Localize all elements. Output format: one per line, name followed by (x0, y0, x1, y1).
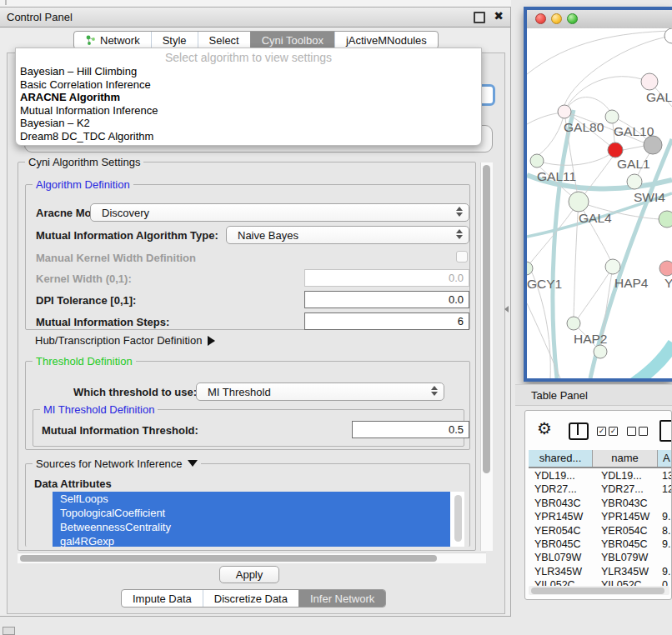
column-header-name[interactable]: name (593, 450, 658, 467)
hub-tf-definition-toggle[interactable]: Hub/Transcription Factor Definition (35, 334, 215, 347)
table-row[interactable]: YPR145WYPR145W9. (529, 510, 672, 523)
node-gal10[interactable] (605, 110, 619, 123)
algorithm-definition-group: Algorithm Definition Aracne Mode: Discov… (25, 184, 470, 330)
node-green-right[interactable] (659, 211, 672, 228)
mi-type-select[interactable]: Naive Bayes (226, 226, 469, 244)
table-row[interactable]: YDL19...YDL19...13 (529, 469, 672, 482)
node-hap4[interactable] (605, 259, 620, 274)
which-threshold-select[interactable]: MI Threshold (196, 382, 444, 401)
network-view-window[interactable]: GAL7 GAL80 GAL10 GAL1 GAL11 SWI4 GAL4 GC… (524, 7, 672, 382)
control-panel-tabbar: Network Style Select Cyni Toolbox jActiv… (73, 31, 439, 49)
table-row[interactable]: YBL079WYBL079W (529, 551, 672, 564)
tab-impute-data[interactable]: Impute Data (122, 590, 203, 607)
settings-vscrollbar[interactable] (480, 162, 493, 551)
list-item[interactable]: TopologicalCoefficient (53, 506, 450, 520)
select-all-checkboxes-icon[interactable]: ✓ ✓ (597, 427, 618, 436)
popup-item-mutual-information[interactable]: Mutual Information Inference (16, 104, 481, 118)
close-icon[interactable]: ✖ (494, 9, 504, 22)
tab-select[interactable]: Select (198, 32, 250, 48)
table-row[interactable]: YDR27...YDR27...12 (529, 482, 672, 496)
settings-vscrollbar-thumb[interactable] (483, 165, 490, 473)
network-window-titlebar[interactable] (527, 10, 672, 29)
float-window-icon[interactable] (474, 12, 485, 23)
popup-item-basic-correlation[interactable]: Basic Correlation Inference (16, 78, 481, 92)
zoom-traffic-light-icon[interactable] (567, 13, 578, 24)
aracne-mode-value: Discovery (91, 207, 469, 219)
threshold-definition-group: Threshold Definition Which threshold to … (25, 361, 470, 450)
popup-item-bayesian-k2[interactable]: Bayesian – K2 (16, 117, 481, 130)
gear-icon[interactable]: ⚙ (537, 418, 552, 438)
list-item[interactable]: BetweennessCentrality (53, 520, 450, 534)
table-hscrollbar[interactable] (529, 586, 669, 595)
list-item[interactable]: SelfLoops (53, 492, 450, 506)
tab-discretize-data-label: Discretize Data (214, 592, 288, 605)
mi-threshold-group-title: MI Threshold Definition (40, 403, 158, 416)
data-attributes-list[interactable]: SelfLoops TopologicalCoefficient Between… (53, 492, 464, 547)
kernel-width-field[interactable]: 0.0 (304, 269, 469, 287)
node-bottom[interactable] (594, 345, 607, 358)
settings-hscrollbar[interactable] (18, 552, 486, 563)
network-icon (85, 35, 96, 46)
tab-cyni-toolbox-label: Cyni Toolbox (262, 34, 323, 47)
tab-jactivemnodules[interactable]: jActiveMNodules (334, 32, 438, 48)
sources-group-title[interactable]: Sources for Network Inference (33, 458, 201, 470)
sources-group-label: Sources for Network Inference (36, 458, 183, 470)
mi-steps-field[interactable]: 6 (304, 312, 469, 330)
tab-style[interactable]: Style (151, 32, 198, 48)
corner-button[interactable] (3, 627, 15, 635)
tab-discretize-data[interactable]: Discretize Data (203, 590, 298, 607)
column-header-shared-name[interactable]: shared... (529, 450, 593, 467)
tab-cyni-toolbox[interactable]: Cyni Toolbox (250, 32, 334, 48)
checked-box-icon: ✓ (609, 427, 618, 436)
deselect-all-checkboxes-icon[interactable] (627, 427, 648, 436)
node-label: GAL1 (617, 157, 650, 171)
node-label: GAL11 (537, 169, 576, 183)
expanded-arrow-icon (188, 460, 198, 467)
tab-select-label: Select (209, 34, 239, 47)
column-header-partial[interactable]: A (658, 450, 672, 467)
collapsed-arrow-icon (208, 336, 215, 346)
table-panel-card: ⚙ ✓ ✓ shared... name A YDL19...YDL19...1… (524, 410, 672, 600)
node-salmon[interactable] (659, 261, 672, 276)
aracne-mode-select[interactable]: Discovery (90, 203, 469, 222)
apply-button[interactable]: Apply (219, 566, 279, 583)
node-gal80[interactable] (558, 105, 571, 118)
tab-infer-network[interactable]: Infer Network (298, 590, 385, 607)
mi-threshold-field[interactable]: 0.5 (352, 421, 469, 438)
table-row[interactable]: YBR045CYBR045C9. (529, 538, 672, 551)
tab-infer-network-label: Infer Network (310, 592, 374, 605)
node-gal4[interactable] (569, 192, 589, 212)
column-layout-icon[interactable] (569, 422, 589, 440)
dpi-tolerance-field[interactable]: 0.0 (304, 291, 469, 308)
table-row[interactable]: YER054CYER054C8. (529, 524, 672, 538)
popup-item-bayesian-hill-climbing[interactable]: Bayesian – Hill Climbing (16, 65, 481, 78)
list-item[interactable]: gal4RGexp (53, 534, 450, 547)
minimize-traffic-light-icon[interactable] (551, 13, 562, 24)
node-neutral[interactable] (644, 136, 662, 154)
splitpane-collapse-icon[interactable] (504, 306, 509, 312)
popup-item-aracne[interactable]: ARACNE Algorithm (16, 91, 481, 104)
control-panel-titlebar: Control Panel ✖ (0, 8, 510, 28)
node-label: HAP4 (614, 276, 649, 290)
node-hap2[interactable] (567, 317, 580, 330)
node-swi4[interactable] (627, 174, 642, 189)
node-gal7[interactable] (641, 73, 658, 90)
popup-item-dream8[interactable]: Dream8 DC_TDC Algorithm (16, 130, 481, 143)
node[interactable] (664, 28, 672, 43)
list-scrollbar[interactable] (454, 495, 462, 542)
table-row[interactable]: YBR043CYBR043C (529, 497, 672, 510)
table-row[interactable]: YLR345WYLR345W9. (529, 565, 672, 578)
close-traffic-light-icon[interactable] (535, 13, 546, 24)
manual-kernel-checkbox[interactable] (456, 251, 468, 262)
tab-impute-data-label: Impute Data (133, 592, 192, 605)
node-gal1[interactable] (608, 142, 623, 158)
settings-hscrollbar-thumb[interactable] (20, 555, 437, 562)
node-label: GAL4 (579, 211, 612, 225)
network-canvas[interactable]: GAL7 GAL80 GAL10 GAL1 GAL11 SWI4 GAL4 GC… (527, 28, 672, 378)
data-attributes-label: Data Attributes (34, 478, 112, 490)
table-hscrollbar-thumb[interactable] (531, 588, 664, 594)
tab-network[interactable]: Network (74, 32, 151, 48)
node-gal11[interactable] (530, 154, 544, 168)
new-table-icon[interactable] (659, 420, 672, 442)
tab-jactivemnodules-label: jActiveMNodules (346, 34, 427, 47)
